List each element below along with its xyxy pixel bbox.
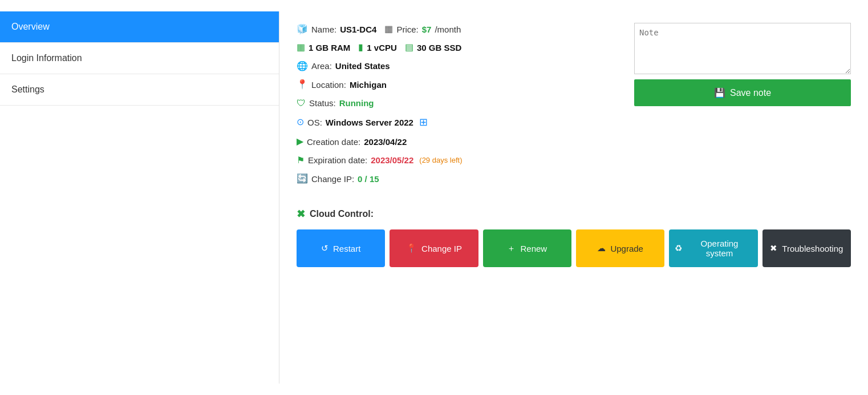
- os-icon: ⊙: [297, 116, 304, 128]
- ram-value: 1 GB RAM: [309, 42, 350, 54]
- change-ip-value: 0 / 15: [358, 173, 379, 185]
- globe-icon: 🌐: [297, 60, 308, 72]
- location-line: 📍 Location: Michigan: [297, 78, 617, 91]
- area-label: Area:: [311, 60, 332, 72]
- cloud-control-title: ✖ Cloud Control:: [297, 208, 851, 220]
- area-value: United States: [335, 60, 390, 72]
- cloud-control-label: Cloud Control:: [310, 209, 374, 219]
- troubleshooting-label: Troubleshooting: [782, 244, 843, 253]
- operating-system-label: Operating system: [687, 239, 752, 258]
- restart-label: Restart: [333, 244, 360, 253]
- ssd-value: 30 GB SSD: [417, 42, 461, 54]
- note-textarea[interactable]: [634, 23, 851, 74]
- operating-system-icon: ♻: [675, 243, 682, 253]
- upgrade-label: Upgrade: [610, 244, 643, 253]
- price-value: $7: [422, 23, 432, 35]
- creation-label: Creation date:: [307, 136, 360, 148]
- ram-icon: ▦: [297, 41, 305, 54]
- price-label: Price:: [396, 23, 418, 35]
- change-ip-btn-label: Change IP: [421, 244, 462, 253]
- cube-icon: 🧊: [297, 23, 308, 35]
- upgrade-button[interactable]: ☁ Upgrade: [576, 229, 664, 267]
- os-label: OS:: [307, 116, 322, 128]
- status-line: 🛡 Status: Running: [297, 97, 617, 110]
- resources-line: ▦ 1 GB RAM ▮ 1 vCPU ▤ 30 GB SSD: [297, 41, 617, 54]
- ssd-icon: ▤: [405, 41, 413, 54]
- flag-icon: ⚑: [297, 154, 305, 167]
- restart-icon: ↺: [321, 243, 328, 253]
- troubleshooting-button[interactable]: ✖ Troubleshooting: [762, 229, 851, 267]
- shield-icon: 🛡: [297, 97, 306, 110]
- cloud-control-icon: ✖: [297, 208, 305, 220]
- change-ip-button[interactable]: 📍 Change IP: [390, 229, 478, 267]
- play-icon: ▶: [297, 135, 303, 148]
- os-line: ⊙ OS: Windows Server 2022 ⊞: [297, 115, 617, 130]
- location-label: Location:: [311, 79, 346, 91]
- renew-button[interactable]: ＋ Renew: [483, 229, 571, 267]
- cpu-icon: ▮: [358, 41, 363, 54]
- renew-icon: ＋: [507, 243, 516, 254]
- sidebar-item-login-information[interactable]: Login Information: [0, 43, 279, 74]
- status-label: Status:: [309, 97, 336, 109]
- troubleshooting-icon: ✖: [770, 243, 777, 253]
- name-value: US1-DC4: [340, 23, 376, 35]
- main-content: 🧊 Name: US1-DC4 ▦ Price: $7/month ▦ 1 GB…: [279, 11, 868, 384]
- change-ip-label: Change IP:: [311, 173, 354, 185]
- creation-line: ▶ Creation date: 2023/04/22: [297, 135, 617, 148]
- sidebar-item-settings[interactable]: Settings: [0, 74, 279, 106]
- expiration-line: ⚑ Expiration date: 2023/05/22 (29 days l…: [297, 154, 617, 167]
- save-icon: 💾: [714, 87, 725, 98]
- pin-icon: 📍: [297, 78, 308, 91]
- renew-label: Renew: [520, 244, 547, 253]
- save-note-button[interactable]: 💾 Save note: [634, 79, 851, 106]
- status-value: Running: [339, 97, 374, 109]
- refresh-icon: 🔄: [297, 172, 308, 185]
- upgrade-icon: ☁: [597, 243, 606, 253]
- os-value: Windows Server 2022: [326, 116, 413, 128]
- save-note-label: Save note: [730, 88, 771, 98]
- creation-value: 2023/04/22: [364, 136, 407, 148]
- change-ip-btn-icon: 📍: [406, 243, 417, 253]
- windows-icon: ⊞: [419, 115, 428, 130]
- expiration-days: (29 days left): [419, 155, 462, 166]
- location-value: Michigan: [350, 79, 387, 91]
- area-line: 🌐 Area: United States: [297, 60, 617, 72]
- name-price-line: 🧊 Name: US1-DC4 ▦ Price: $7/month: [297, 23, 617, 35]
- expiration-label: Expiration date:: [308, 154, 367, 166]
- restart-button[interactable]: ↺ Restart: [297, 229, 385, 267]
- sidebar-item-overview[interactable]: Overview: [0, 11, 279, 43]
- control-buttons: ↺ Restart 📍 Change IP ＋ Renew ☁ Upgrade …: [297, 229, 851, 267]
- change-ip-line: 🔄 Change IP: 0 / 15: [297, 172, 617, 185]
- price-icon: ▦: [384, 23, 393, 35]
- sidebar: Overview Login Information Settings: [0, 11, 279, 384]
- name-label: Name:: [311, 23, 336, 35]
- expiration-value: 2023/05/22: [371, 154, 413, 166]
- note-section: 💾 Save note: [634, 23, 851, 106]
- operating-system-button[interactable]: ♻ Operating system: [669, 229, 757, 267]
- server-info-section: 🧊 Name: US1-DC4 ▦ Price: $7/month ▦ 1 GB…: [297, 23, 617, 191]
- vcpu-value: 1 vCPU: [367, 42, 397, 54]
- price-suffix: /month: [435, 23, 461, 35]
- cloud-control-section: ✖ Cloud Control: ↺ Restart 📍 Change IP ＋…: [297, 208, 851, 267]
